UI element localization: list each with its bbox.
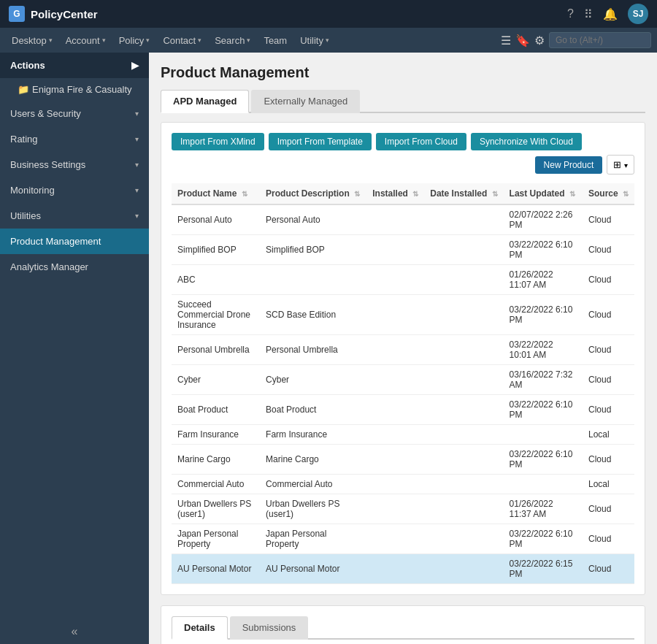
main-layout: Actions ▶ 📁 Enigma Fire & Casualty Users…: [0, 53, 657, 644]
cell-product-name: Personal Auto: [172, 204, 260, 235]
col-source: Source ⇅: [583, 183, 634, 204]
avatar[interactable]: SJ: [628, 4, 648, 24]
table-row[interactable]: Marine Cargo Marine Cargo 03/22/2022 6:1…: [172, 445, 634, 475]
cell-source: Cloud: [583, 235, 634, 265]
rating-caret-icon: ▾: [135, 135, 139, 143]
tab-details[interactable]: Details: [172, 616, 228, 640]
cell-product-name: Urban Dwellers PS (user1): [172, 494, 260, 524]
hamburger-icon[interactable]: ☰: [501, 34, 511, 47]
import-xmind-button[interactable]: Import From XMind: [172, 133, 264, 150]
new-product-button[interactable]: New Product: [535, 156, 603, 174]
table-row[interactable]: Cyber Cyber 03/16/2022 7:32 AM Cloud: [172, 365, 634, 395]
cell-product-name: Personal Umbrella: [172, 335, 260, 365]
tab-externally-managed[interactable]: Externally Managed: [251, 90, 360, 113]
sidebar-item-utilities[interactable]: Utilities ▾: [0, 203, 149, 229]
cell-source: Local: [583, 425, 634, 445]
cell-installed: [366, 425, 424, 445]
cell-source: Cloud: [583, 494, 634, 524]
col-last-updated: Last Updated ⇅: [504, 183, 583, 204]
cell-description: Farm Insurance: [260, 425, 366, 445]
product-toolbar: Import From XMind Import From Template I…: [172, 133, 634, 175]
cell-description: Urban Dwellers PS (user1): [260, 494, 366, 524]
nav-policy[interactable]: Policy ▾: [113, 28, 156, 53]
table-row[interactable]: Personal Umbrella Personal Umbrella 03/2…: [172, 335, 634, 365]
cell-date-installed: [424, 425, 503, 445]
table-row[interactable]: AU Personal Motor AU Personal Motor 03/2…: [172, 554, 634, 584]
sidebar-item-rating[interactable]: Rating ▾: [0, 126, 149, 152]
sidebar-item-analytics-manager[interactable]: Analytics Manager: [0, 254, 149, 280]
sidebar-actions[interactable]: Actions ▶: [0, 53, 149, 78]
cell-description: Commercial Auto: [260, 475, 366, 494]
cell-product-name: Commercial Auto: [172, 475, 260, 494]
top-bar: G PolicyCenter ? ⠿ 🔔 SJ: [0, 0, 657, 28]
grid-icon[interactable]: ⠿: [584, 7, 593, 21]
cell-description: Personal Umbrella: [260, 335, 366, 365]
app-name: PolicyCenter: [31, 8, 98, 20]
tab-submissions[interactable]: Submissions: [230, 616, 309, 640]
table-view-button[interactable]: ⊞ ▾: [607, 155, 634, 175]
nav-contact[interactable]: Contact ▾: [157, 28, 207, 53]
sidebar-item-business-settings[interactable]: Business Settings ▾: [0, 152, 149, 177]
import-template-button[interactable]: Import From Template: [269, 133, 372, 150]
import-cloud-button[interactable]: Import From Cloud: [376, 133, 466, 150]
cell-date-installed: [424, 475, 503, 494]
cell-date-installed: [424, 395, 503, 425]
cell-description: Simplified BOP: [260, 235, 366, 265]
nav-desktop[interactable]: Desktop ▾: [6, 28, 58, 53]
cell-date-installed: [424, 204, 503, 235]
cell-source: Cloud: [583, 524, 634, 554]
top-bar-right: ? ⠿ 🔔 SJ: [567, 4, 648, 24]
settings-icon[interactable]: ⚙: [534, 34, 545, 47]
nav-utility[interactable]: Utility ▾: [294, 28, 335, 53]
table-row[interactable]: Urban Dwellers PS (user1) Urban Dwellers…: [172, 494, 634, 524]
product-table-card: Import From XMind Import From Template I…: [161, 122, 645, 595]
table-row[interactable]: Commercial Auto Commercial Auto Local: [172, 475, 634, 494]
main-content: Product Management APD Managed Externall…: [149, 53, 657, 644]
business-caret-icon: ▾: [135, 161, 139, 169]
actions-label: Actions: [10, 60, 45, 71]
cell-source: Cloud: [583, 335, 634, 365]
tab-apd-managed[interactable]: APD Managed: [161, 90, 249, 113]
cell-installed: [366, 475, 424, 494]
help-icon[interactable]: ?: [567, 7, 574, 20]
cell-last-updated: 03/22/2022 6:10 PM: [504, 235, 583, 265]
sidebar-item-enigma[interactable]: 📁 Enigma Fire & Casualty: [0, 78, 149, 101]
bookmark-icon[interactable]: 🔖: [515, 34, 530, 47]
cell-source: Cloud: [583, 554, 634, 584]
table-row[interactable]: Farm Insurance Farm Insurance Local: [172, 425, 634, 445]
cell-date-installed: [424, 335, 503, 365]
sidebar-item-users-security[interactable]: Users & Security ▾: [0, 101, 149, 126]
cell-last-updated: [504, 475, 583, 494]
cell-date-installed: [424, 235, 503, 265]
sidebar-item-monitoring[interactable]: Monitoring ▾: [0, 177, 149, 203]
top-bar-left: G PolicyCenter: [9, 6, 98, 22]
users-caret-icon: ▾: [135, 110, 139, 118]
col-product-name: Product Name ⇅: [172, 183, 260, 204]
col-date-installed: Date Installed ⇅: [424, 183, 503, 204]
nav-bar: Desktop ▾ Account ▾ Policy ▾ Contact ▾ S…: [0, 28, 657, 53]
cell-description: Marine Cargo: [260, 445, 366, 475]
sidebar-collapse-button[interactable]: «: [0, 619, 149, 644]
cell-source: Cloud: [583, 445, 634, 475]
table-row[interactable]: Personal Auto Personal Auto 02/07/2022 2…: [172, 204, 634, 235]
cell-product-name: Marine Cargo: [172, 445, 260, 475]
table-row[interactable]: Boat Product Boat Product 03/22/2022 6:1…: [172, 395, 634, 425]
table-row[interactable]: Succeed Commercial Drone Insurance SCD B…: [172, 295, 634, 335]
sidebar: Actions ▶ 📁 Enigma Fire & Casualty Users…: [0, 53, 149, 644]
nav-account[interactable]: Account ▾: [60, 28, 112, 53]
table-row[interactable]: Japan Personal Property Japan Personal P…: [172, 524, 634, 554]
cell-installed: [366, 204, 424, 235]
sidebar-item-product-management[interactable]: Product Management: [0, 229, 149, 254]
goto-input[interactable]: [549, 32, 651, 48]
details-card: Details Submissions AU Personal Motor Vi…: [161, 605, 645, 644]
nav-search[interactable]: Search ▾: [209, 28, 256, 53]
cell-description: Cyber: [260, 365, 366, 395]
nav-team[interactable]: Team: [258, 28, 293, 53]
policy-caret-icon: ▾: [146, 37, 150, 44]
sync-cloud-button[interactable]: Synchronize With Cloud: [471, 133, 582, 150]
table-row[interactable]: ABC 01/26/2022 11:07 AM Cloud: [172, 265, 634, 295]
product-table: Product Name ⇅ Product Description ⇅ Ins…: [172, 183, 634, 584]
cell-date-installed: [424, 524, 503, 554]
bell-icon[interactable]: 🔔: [603, 7, 618, 21]
table-row[interactable]: Simplified BOP Simplified BOP 03/22/2022…: [172, 235, 634, 265]
